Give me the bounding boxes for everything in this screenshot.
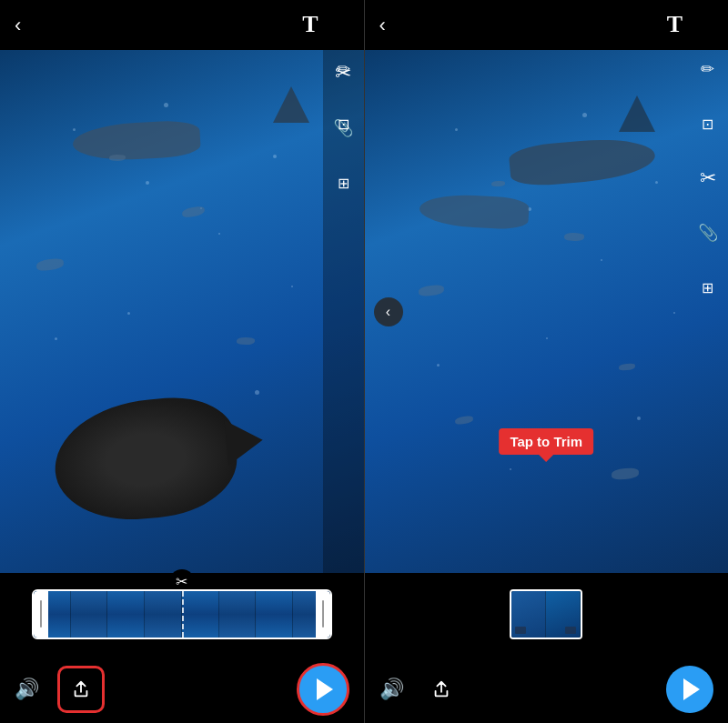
fish-shark-right2 xyxy=(419,193,530,230)
small-fish-r5 xyxy=(455,415,474,424)
small-fish-r2 xyxy=(564,232,585,242)
chevron-left-button[interactable]: ‹ xyxy=(374,297,403,326)
small-fish-1 xyxy=(35,258,64,272)
fin-right xyxy=(619,95,655,132)
handle-line-right xyxy=(322,600,324,628)
fish-shark-left xyxy=(72,119,201,162)
frame-2 xyxy=(71,591,108,638)
right-top-bar: ‹ T xyxy=(365,0,729,50)
timeline-handle-left[interactable] xyxy=(34,591,48,638)
fish-shark-right xyxy=(508,135,656,188)
play-button-left[interactable] xyxy=(297,663,349,716)
right-dots xyxy=(365,50,729,573)
left-video-bg: ✂ 📎 ⊞ ✏ ⊡ xyxy=(0,50,364,573)
crop-tool-right[interactable]: ⊞ xyxy=(693,273,723,302)
scissors-tool-right[interactable]: ✂ xyxy=(693,164,723,193)
right-thumbnail-strip[interactable] xyxy=(510,589,582,639)
play-button-right[interactable] xyxy=(666,666,713,713)
right-panel: ‹ T xyxy=(365,0,729,723)
small-fish-3 xyxy=(181,206,205,217)
frame-5 xyxy=(182,591,219,638)
tap-to-trim-tooltip[interactable]: Tap to Trim xyxy=(499,428,593,455)
timeline-track[interactable] xyxy=(32,589,332,639)
right-video-bg: ‹ Tap to Trim ✏ ⊡ ✂ 📎 ⊞ xyxy=(365,50,729,573)
back-arrow-left[interactable]: ‹ xyxy=(15,14,21,37)
share-icon-left xyxy=(71,679,91,699)
right-video-area: ‹ Tap to Trim ✏ ⊡ ✂ 📎 ⊞ xyxy=(365,50,729,573)
left-video-area: ✂ 📎 ⊞ ✏ ⊡ xyxy=(0,50,364,573)
tuna-fish-left xyxy=(50,393,242,527)
small-fish-r7 xyxy=(612,467,639,479)
timeline-wrapper: ✂ xyxy=(32,589,332,639)
frame-7 xyxy=(256,591,293,638)
link-tool-right[interactable]: 📎 xyxy=(693,218,723,247)
left-top-bar: ‹ T xyxy=(0,0,364,50)
text-icon-left[interactable]: T xyxy=(302,11,318,38)
small-fish-r3 xyxy=(619,364,635,371)
volume-icon-right[interactable]: 🔊 xyxy=(379,678,404,701)
fin-left xyxy=(273,86,309,123)
frame-3 xyxy=(107,591,145,638)
back-arrow-right[interactable]: ‹ xyxy=(379,14,386,37)
scissors-timeline: ✂ xyxy=(176,573,187,590)
frame-4 xyxy=(145,591,182,638)
volume-icon-left[interactable]: 🔊 xyxy=(15,678,39,701)
thumb-frame-1 xyxy=(511,591,546,638)
sticker-icon-right[interactable]: ⊡ xyxy=(693,109,723,138)
frame-6 xyxy=(219,591,257,638)
small-fish-r1 xyxy=(419,285,445,296)
play-triangle-right xyxy=(683,678,700,700)
left-panel: ‹ T xyxy=(0,0,364,723)
left-icon-overlay: ✏ ⊡ xyxy=(323,50,364,138)
small-fish-2 xyxy=(236,337,254,346)
play-triangle-left xyxy=(317,678,333,700)
handle-line-left xyxy=(40,600,42,628)
timeline-handle-right[interactable] xyxy=(316,591,330,638)
left-timeline-area: ✂ xyxy=(0,573,364,655)
share-button-right[interactable] xyxy=(422,670,460,708)
pen-icon-right[interactable]: ✏ xyxy=(693,55,723,84)
right-icon-overlay: ✏ ⊡ ✂ 📎 ⊞ xyxy=(687,50,728,302)
small-fish-r4 xyxy=(491,180,505,186)
sticker-icon-left[interactable]: ⊡ xyxy=(329,109,358,138)
right-timeline-area xyxy=(365,573,729,655)
text-icon-right[interactable]: T xyxy=(667,11,682,38)
small-fish-4 xyxy=(109,155,126,162)
chevron-left-icon: ‹ xyxy=(386,304,390,320)
crop-tool-left[interactable]: ⊞ xyxy=(329,168,358,197)
share-button-left[interactable] xyxy=(57,666,105,713)
thumb-frame-2 xyxy=(546,591,581,638)
right-bottom-bar: 🔊 xyxy=(365,655,729,723)
share-icon-right xyxy=(431,679,451,699)
pen-icon-left[interactable]: ✏ xyxy=(329,55,358,84)
timeline-playhead xyxy=(182,591,184,638)
left-bottom-bar: 🔊 xyxy=(0,655,364,723)
